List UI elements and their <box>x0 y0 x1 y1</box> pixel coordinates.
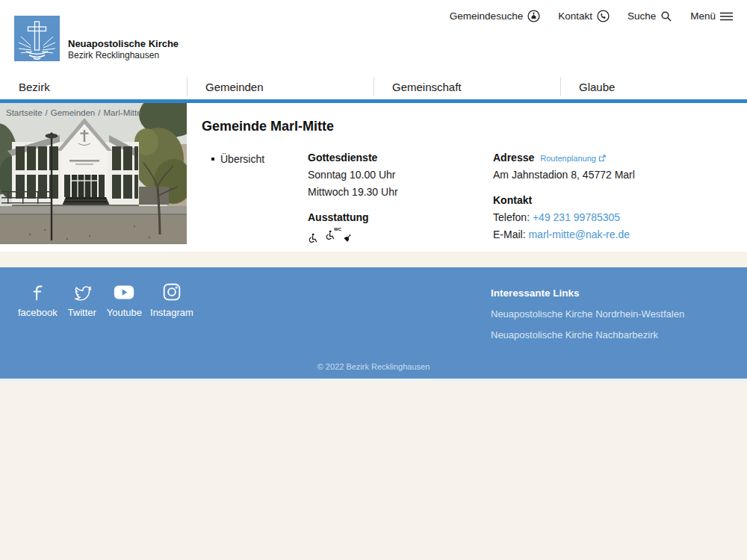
social-row: facebook Twitter Youtube <box>18 281 193 318</box>
footer-links-heading: Interessante Links <box>491 287 684 299</box>
phone-link[interactable]: +49 231 99785305 <box>533 211 620 223</box>
utility-suche-label: Suche <box>627 10 656 22</box>
sidebar-item-uebersicht[interactable]: Übersicht <box>211 153 264 165</box>
social-facebook-label: facebook <box>18 307 58 318</box>
menu-icon <box>720 11 733 22</box>
copyright: © 2022 Bezirk Recklinghausen <box>0 362 747 371</box>
email-link[interactable]: marl-mitte@nak-re.de <box>528 228 630 240</box>
wc-badge: WC <box>334 227 341 231</box>
utility-kontakt[interactable]: Kontakt <box>558 10 610 22</box>
brand-name: Neuapostolische Kirche <box>68 38 179 50</box>
utility-gemeindesuche-label: Gemeindesuche <box>450 10 523 22</box>
address-heading: Adresse <box>493 152 534 164</box>
breadcrumb-separator: / <box>98 108 100 117</box>
social-twitter-label: Twitter <box>68 307 96 318</box>
social-facebook[interactable]: facebook <box>18 281 58 318</box>
nav-item-gemeinschaft[interactable]: Gemeinschaft <box>374 75 560 99</box>
footer-link-nrw[interactable]: Neuapostolische Kirche Nordrhein-Westfal… <box>491 308 684 320</box>
email-label: E-Mail: <box>493 228 526 240</box>
service-time: Mittwoch 19.30 Uhr <box>308 186 472 198</box>
wheelchair-icon <box>308 233 318 243</box>
breadcrumb-current: Marl-Mitte <box>103 108 141 117</box>
social-twitter[interactable]: Twitter <box>66 281 99 318</box>
church-photo-illustration <box>0 103 187 244</box>
breadcrumb-startseite[interactable]: Startseite <box>6 108 43 117</box>
brand-text: Neuapostolische Kirche Bezirk Recklingha… <box>68 38 179 61</box>
search-icon <box>660 10 672 22</box>
route-planning-link[interactable]: Routenplanung <box>540 154 606 163</box>
social-youtube[interactable]: Youtube <box>107 281 142 318</box>
equipment-icons: WC <box>308 230 472 243</box>
main-nav: Bezirk Gemeinden Gemeinschaft Glaube <box>0 75 747 99</box>
instagram-icon <box>161 281 183 303</box>
satellite-dish-icon <box>342 234 352 243</box>
nav-item-bezirk[interactable]: Bezirk <box>0 75 187 99</box>
service-time: Sonntag 10.00 Uhr <box>308 169 472 181</box>
utility-menu-label: Menü <box>690 10 716 22</box>
phone-circle-icon <box>597 10 610 22</box>
footer-links: Interessante Links Neuapostolische Kirch… <box>491 287 684 340</box>
utility-nav: Gemeindesuche Kontakt Suche Menü <box>450 10 733 22</box>
services-column: Gottesdienste Sonntag 10.00 Uhr Mittwoch… <box>308 152 472 243</box>
page: Neuapostolische Kirche Bezirk Recklingha… <box>0 0 747 560</box>
services-heading: Gottesdienste <box>308 152 472 164</box>
social-instagram[interactable]: Instagram <box>150 281 193 318</box>
social-youtube-label: Youtube <box>107 307 142 318</box>
footer: facebook Twitter Youtube <box>0 267 747 379</box>
equipment-heading: Ausstattung <box>308 211 472 223</box>
contact-heading: Kontakt <box>493 194 725 206</box>
brand-district: Bezirk Recklinghausen <box>68 50 179 61</box>
nak-cross-logo-icon <box>14 16 60 61</box>
youtube-icon <box>111 281 137 303</box>
nav-item-gemeinden[interactable]: Gemeinden <box>187 75 374 99</box>
church-circle-icon <box>527 10 540 22</box>
wheelchair-wc-icon: WC <box>325 230 335 243</box>
sidebar-item-uebersicht-label: Übersicht <box>220 153 264 165</box>
bullet-icon <box>211 158 214 161</box>
utility-suche[interactable]: Suche <box>627 10 672 22</box>
church-photo <box>0 103 187 244</box>
footer-link-nachbarbezirk[interactable]: Neuapostolische Kirche Nachbarbezirk <box>491 329 684 340</box>
external-link-icon <box>598 155 606 162</box>
breadcrumb: Startseite/Gemeinden/Marl-Mitte <box>6 108 142 117</box>
brand-logo[interactable] <box>14 16 60 61</box>
breadcrumb-gemeinden[interactable]: Gemeinden <box>51 108 95 117</box>
footer-bottom-strip <box>0 379 747 382</box>
nav-item-glaube[interactable]: Glaube <box>560 75 747 99</box>
utility-gemeindesuche[interactable]: Gemeindesuche <box>450 10 540 22</box>
social-instagram-label: Instagram <box>150 307 193 318</box>
phone-label: Telefon: <box>493 211 530 223</box>
route-planning-label: Routenplanung <box>540 154 596 163</box>
address-column: Adresse Routenplanung Am Jahnstadion 8, … <box>493 152 725 240</box>
address-street: Am Jahnstadion 8, 45772 Marl <box>493 169 725 181</box>
breadcrumb-separator: / <box>46 108 48 117</box>
page-title: Gemeinde Marl-Mitte <box>202 119 334 134</box>
facebook-icon <box>26 281 49 303</box>
utility-menu[interactable]: Menü <box>690 10 733 22</box>
twitter-icon <box>70 281 94 303</box>
utility-kontakt-label: Kontakt <box>558 10 592 22</box>
